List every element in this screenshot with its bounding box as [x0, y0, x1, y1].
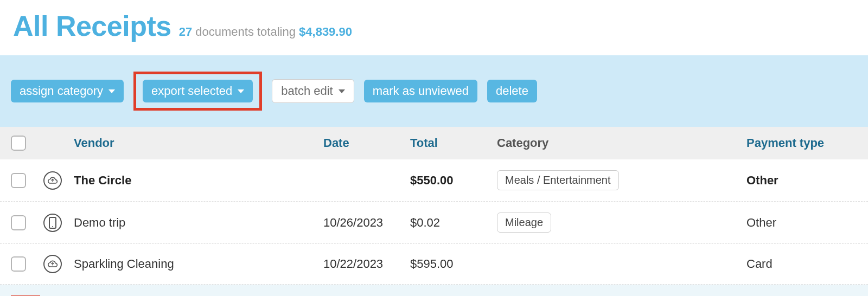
chevron-down-icon — [339, 89, 345, 93]
page-title: All Receipts — [13, 10, 171, 42]
mark-unviewed-button[interactable]: mark as unviewed — [364, 80, 477, 102]
export-selected-label: export selected — [151, 84, 232, 98]
table-row[interactable]: Sparkling Cleaning10/22/2023$595.00Card — [0, 244, 868, 285]
document-totals: 27 documents totaling $4,839.90 — [179, 25, 352, 39]
select-all-checkbox[interactable] — [11, 136, 26, 151]
table-row[interactable]: The Circle$550.00Meals / EntertainmentOt… — [0, 159, 868, 202]
date-cell: 10/22/2023 — [323, 257, 410, 271]
category-pill[interactable]: Meals / Entertainment — [497, 170, 619, 190]
export-selected-button[interactable]: export selected — [143, 80, 253, 102]
delete-button[interactable]: delete — [487, 80, 537, 102]
chevron-down-icon — [238, 89, 244, 93]
column-category[interactable]: Category — [497, 136, 746, 150]
document-amount: $4,839.90 — [299, 25, 352, 38]
phone-icon — [43, 214, 62, 232]
document-count: 27 — [179, 25, 192, 38]
assign-category-label: assign category — [20, 84, 103, 98]
category-pill[interactable]: Mileage — [497, 213, 551, 233]
svg-point-1 — [52, 226, 53, 227]
batch-edit-label: batch edit — [281, 84, 333, 98]
vendor-cell: Sparkling Cleaning — [74, 257, 323, 271]
mark-unviewed-label: mark as unviewed — [373, 84, 469, 98]
assign-category-button[interactable]: assign category — [11, 80, 124, 102]
date-cell: 10/26/2023 — [323, 216, 410, 230]
column-date[interactable]: Date — [323, 136, 410, 150]
category-cell: Meals / Entertainment — [497, 170, 746, 190]
header: All Receipts 27 documents totaling $4,83… — [0, 0, 868, 55]
table-row[interactable]: Really Great Company09/26/2023$1,680.00O… — [0, 285, 868, 296]
payment-cell: Other — [746, 216, 855, 230]
payment-cell: Card — [746, 257, 855, 271]
column-vendor[interactable]: Vendor — [74, 136, 323, 150]
row-checkbox[interactable] — [11, 215, 26, 230]
total-cell: $595.00 — [410, 257, 497, 271]
export-selected-highlight: export selected — [133, 72, 262, 111]
table-row[interactable]: Demo trip10/26/2023$0.02MileageOther — [0, 202, 868, 244]
total-cell: $0.02 — [410, 216, 497, 230]
column-payment-type[interactable]: Payment type — [746, 136, 855, 150]
column-total[interactable]: Total — [410, 136, 497, 150]
chevron-down-icon — [108, 89, 115, 93]
cloud-upload-icon — [43, 171, 62, 190]
toolbar: assign category export selected batch ed… — [0, 55, 868, 127]
row-checkbox[interactable] — [11, 173, 26, 188]
payment-cell: Other — [746, 173, 855, 188]
table-header: Vendor Date Total Category Payment type — [0, 127, 868, 159]
batch-edit-button[interactable]: batch edit — [272, 79, 354, 103]
row-checkbox[interactable] — [11, 256, 26, 272]
vendor-cell: Demo trip — [74, 216, 323, 230]
delete-label: delete — [496, 84, 528, 98]
document-suffix: documents totaling — [195, 25, 296, 38]
category-cell: Mileage — [497, 213, 746, 233]
cloud-upload-icon — [43, 255, 62, 273]
vendor-cell: The Circle — [74, 173, 323, 188]
receipts-table: Vendor Date Total Category Payment type … — [0, 127, 868, 296]
total-cell: $550.00 — [410, 173, 497, 188]
